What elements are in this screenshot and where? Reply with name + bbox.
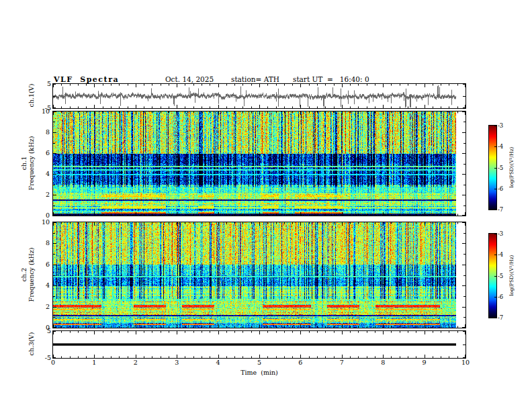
colorbar-tick-label: -7: [498, 207, 510, 213]
colorbar-ch2: [488, 233, 497, 318]
ch2-spectrogram-panel: [52, 222, 466, 328]
ch2-spec-ylabel-text: Frequency (kHz): [28, 248, 35, 302]
x-tick-label: 2: [129, 359, 142, 366]
freq-tick-label: 6: [35, 150, 50, 156]
ch1-spectrogram-canvas: [53, 111, 466, 216]
colorbar-tick-label: -6: [498, 186, 510, 192]
x-tick-label: 9: [418, 359, 431, 366]
freq-tick-label: 2: [35, 304, 50, 310]
freq-tick-label: 4: [35, 171, 50, 177]
freq-tick-label: 8: [35, 129, 50, 136]
colorbar-tick-label: -4: [498, 144, 510, 150]
volt-tick-label: -5: [36, 105, 51, 111]
x-tick-label: 3: [170, 359, 183, 366]
colorbar-tick-label: -3: [498, 231, 510, 237]
colorbar-tick-label: -7: [498, 315, 510, 321]
ch2-spec-ylabel: ch.2 Frequency (kHz): [21, 248, 35, 302]
ch3-waveform-canvas: [53, 331, 466, 358]
ch2-spec-ylabel-channel: ch.2: [21, 248, 28, 302]
ch1-spec-ylabel-text: Frequency (kHz): [28, 136, 35, 191]
x-tick-label: 6: [294, 359, 307, 366]
ch3-wave-ylabel: ch.3(V): [28, 332, 36, 356]
freq-tick-label: 4: [35, 282, 50, 289]
ch3-waveform-panel: [52, 330, 466, 359]
x-tick-label: 5: [253, 359, 266, 366]
colorbar-tick-label: -6: [498, 294, 510, 300]
figure-start-ut: start UT = 16:40: 0: [293, 75, 369, 83]
colorbar-tick-label: -4: [498, 252, 510, 258]
colorbar-ch1: [488, 125, 497, 210]
freq-tick-label: 6: [35, 261, 50, 268]
ch1-spec-ylabel: ch.1 Frequency (kHz): [21, 136, 35, 191]
volt-tick-label: 5: [36, 328, 51, 334]
x-tick-label: 7: [335, 359, 349, 366]
colorbar-ch2-canvas: [489, 234, 496, 318]
figure-date: Oct. 14, 2025: [165, 75, 214, 83]
ch1-wave-ylabel-text: ch.1(V): [28, 84, 35, 107]
figure-station: station= ATH: [231, 75, 279, 83]
ch2-spectrogram-canvas: [53, 222, 466, 328]
volt-tick-label: 5: [36, 81, 51, 87]
colorbar-ch1-canvas: [489, 126, 496, 210]
freq-tick-label: 8: [35, 240, 50, 246]
x-tick-label: 1: [87, 359, 101, 366]
freq-tick-label: 2: [35, 191, 50, 198]
colorbar-tick-label: -5: [498, 273, 510, 279]
ch3-wave-ylabel-text: ch.3(V): [28, 332, 35, 356]
vlf-spectra-figure: VLF Spectra Oct. 14, 2025 station= ATH s…: [0, 0, 532, 411]
time-axis-label: Time (min): [53, 369, 466, 376]
ch1-waveform-panel: [52, 83, 466, 109]
x-tick-label: 4: [212, 359, 225, 366]
ch1-waveform-canvas: [53, 84, 466, 108]
ch1-wave-ylabel: ch.1(V): [28, 84, 36, 107]
colorbar-tick-label: -3: [498, 123, 510, 129]
ch1-spectrogram-panel: [52, 111, 466, 216]
freq-tick-label: 10: [35, 219, 50, 226]
x-tick-label: 8: [376, 359, 390, 366]
x-tick-label: 10: [459, 359, 472, 366]
colorbar-tick-label: -5: [498, 165, 510, 171]
ch1-spec-ylabel-channel: ch.1: [21, 136, 28, 191]
volt-tick-label: -5: [36, 355, 51, 361]
